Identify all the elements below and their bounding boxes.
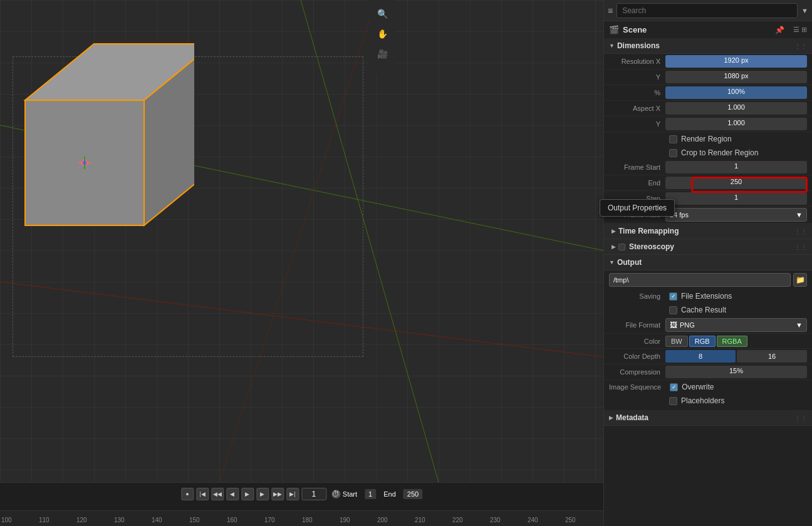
render-region-row: Render Region (604, 132, 812, 146)
frame-end-value[interactable]: 250 (665, 177, 807, 189)
stereoscopy-header[interactable]: ▶ Stereoscopy ⋮⋮ (604, 239, 812, 255)
magnify-icon[interactable]: 🔍 (373, 5, 391, 23)
list-view-icon[interactable]: ☰ ⊞ (793, 26, 807, 34)
ruler-230: 230 (490, 517, 501, 523)
viewport: 🔍 ✋ 🎥 (0, 0, 603, 482)
ruler-210: 210 (415, 517, 425, 523)
properties-panel: ≡ ▼ 🎬 Scene 📌 ☰ ⊞ ▼ Dimensions ⋮⋮ Resolu… (603, 0, 812, 526)
color-depth-row: Color Depth 8 16 (604, 349, 812, 364)
placeholders-label: Placeholders (681, 396, 724, 405)
cache-result-checkbox[interactable] (669, 306, 677, 314)
output-path-row: 📁 (604, 271, 812, 289)
scene-icon: 🎬 (609, 25, 619, 34)
ruler-120: 120 (76, 517, 87, 523)
crop-render-row: Crop to Render Region (604, 146, 812, 160)
color-rgb-btn[interactable]: RGB (689, 336, 716, 347)
properties-menu-icon[interactable]: ≡ (608, 6, 613, 16)
ruler-110: 110 (39, 517, 49, 523)
crop-render-label: Crop to Render Region (681, 148, 758, 157)
aspect-y-value[interactable]: 1.000 (665, 118, 807, 130)
playback-controls: ● |◀ ◀◀ ◀ ▶ ▶ ▶▶ ▶| 1 ⏱ Start 1 End 250 (181, 488, 422, 500)
resolution-x-value[interactable]: 1920 px (665, 55, 807, 68)
color-depth-16-btn[interactable]: 16 (737, 350, 807, 363)
frame-start-label: Frame Start (609, 163, 665, 171)
current-frame[interactable]: 1 (301, 488, 326, 500)
color-depth-label: Color Depth (609, 353, 665, 360)
start-value[interactable]: 1 (365, 489, 376, 499)
ruler-190: 190 (340, 517, 350, 523)
resolution-y-row: Y 1080 px (604, 70, 812, 85)
overwrite-label: Overwrite (682, 383, 714, 391)
play-btn[interactable]: ▶ (241, 488, 254, 500)
color-label: Color (609, 338, 665, 345)
ruler-150: 150 (189, 517, 200, 523)
metadata-section-header[interactable]: ▶ Metadata ⋮⋮ (604, 410, 812, 426)
jump-end-btn[interactable]: ▶| (286, 488, 299, 500)
playback-circle-btn[interactable]: ● (181, 488, 194, 500)
aspect-x-row: Aspect X 1.000 (604, 101, 812, 116)
overwrite-checkbox[interactable] (670, 383, 678, 391)
prev-frame-btn[interactable]: ◀ (226, 488, 239, 500)
properties-collapse-all[interactable]: ▼ (801, 7, 808, 14)
color-btn-group: BW RGB RGBA (665, 336, 747, 347)
color-rgba-btn[interactable]: RGBA (717, 336, 747, 347)
file-extensions-checkbox[interactable] (669, 292, 677, 301)
frame-end-row: End 250 (604, 175, 812, 191)
end-value[interactable]: 250 (403, 489, 422, 499)
frame-rate-dropdown[interactable]: 24 fps ▼ (665, 208, 807, 222)
output-section-header[interactable]: ▼ Output (604, 255, 812, 271)
render-region-checkbox[interactable] (669, 135, 677, 143)
frame-step-value[interactable]: 1 (665, 192, 807, 205)
metadata-collapse-arrow: ▶ (609, 415, 613, 421)
placeholders-checkbox[interactable] (669, 397, 677, 405)
ruler-140: 140 (152, 517, 162, 523)
jump-start-btn[interactable]: |◀ (196, 488, 209, 500)
resolution-y-value[interactable]: 1080 px (665, 71, 807, 83)
scene-title: Scene (623, 25, 647, 34)
time-remapping-header[interactable]: ▶ Time Remapping ⋮⋮ (604, 224, 812, 239)
crop-render-checkbox[interactable] (669, 149, 677, 157)
output-collapse-arrow: ▼ (609, 259, 615, 266)
camera-icon[interactable]: 🎥 (373, 45, 391, 63)
ruler-220: 220 (452, 517, 463, 523)
file-format-value: PNG (680, 321, 695, 329)
pan-icon[interactable]: ✋ (373, 25, 391, 43)
dimensions-section-header[interactable]: ▼ Dimensions ⋮⋮ (604, 38, 812, 54)
compression-label: Compression (609, 368, 665, 376)
color-row: Color BW RGB RGBA (604, 334, 812, 349)
stereoscopy-dots: ⋮⋮ (794, 244, 807, 250)
time-remapping-title: Time Remapping (618, 227, 679, 235)
compression-value[interactable]: 15% (665, 366, 807, 378)
stereoscopy-checkbox[interactable] (618, 244, 625, 250)
file-format-arrow: ▼ (796, 321, 803, 329)
metadata-dots: ⋮⋮ (794, 415, 807, 421)
folder-browse-btn[interactable]: 📁 (793, 273, 807, 287)
properties-search[interactable] (617, 3, 798, 18)
resolution-pct-row: % 100% (604, 85, 812, 101)
end-label: End (383, 490, 396, 498)
ruler-130: 130 (114, 517, 125, 523)
output-path-input[interactable] (609, 273, 791, 287)
stereoscopy-title: Stereoscopy (629, 242, 674, 251)
ruler-180: 180 (302, 517, 313, 523)
next-frame-btn[interactable]: ▶ (256, 488, 269, 500)
aspect-y-row: Y 1.000 (604, 116, 812, 132)
dimensions-section-dots: ⋮⋮ (794, 43, 807, 49)
next-keyframe-btn[interactable]: ▶▶ (271, 488, 284, 500)
file-extensions-label: File Extensions (681, 292, 732, 301)
color-bw-btn[interactable]: BW (665, 336, 688, 347)
prev-keyframe-btn[interactable]: ◀◀ (211, 488, 224, 500)
resolution-pct-value[interactable]: 100% (665, 86, 807, 99)
color-depth-8-btn[interactable]: 8 (665, 350, 736, 363)
ruler-170: 170 (264, 517, 275, 523)
aspect-x-value[interactable]: 1.000 (665, 102, 807, 115)
file-format-dropdown[interactable]: 🖼 PNG ▼ (665, 318, 807, 332)
pin-icon[interactable]: 📌 (775, 26, 784, 34)
scene-header: 🎬 Scene 📌 ☰ ⊞ (604, 21, 812, 38)
cache-result-row: Cache Result (604, 303, 812, 317)
cache-result-label: Cache Result (681, 306, 726, 314)
aspect-x-label: Aspect X (609, 105, 665, 112)
ruler-240: 240 (528, 517, 538, 523)
properties-header: ≡ ▼ (604, 0, 812, 21)
frame-start-value[interactable]: 1 (665, 161, 807, 173)
